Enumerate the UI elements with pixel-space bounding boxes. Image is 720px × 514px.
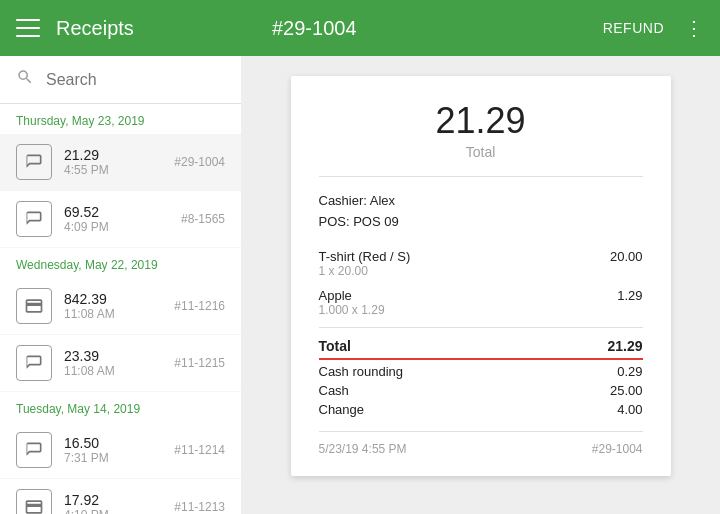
card-icon [16,489,52,514]
item-sub-1: 1 x 20.00 [319,264,411,278]
footer-id: #29-1004 [592,442,643,456]
receipt-item[interactable]: 17.92 4:10 PM #11-1213 [0,479,241,514]
item-number: #11-1213 [174,500,225,514]
receipt-icon [16,201,52,237]
item-time: 7:31 PM [64,451,174,465]
item-amount: 23.39 [64,348,174,364]
item-info: 21.29 4:55 PM [64,147,174,177]
receipt-total-section: 21.29 Total [319,100,643,177]
change-value: 4.00 [617,402,642,417]
item-info: 69.52 4:09 PM [64,204,181,234]
receipt-footer: 5/23/19 4:55 PM #29-1004 [319,431,643,456]
item-number: #29-1004 [174,155,225,169]
refund-button[interactable]: REFUND [603,20,664,36]
item-name-2: Apple [319,288,385,303]
app-header: Receipts #29-1004 REFUND ⋮ [0,0,720,56]
cashier-line: Cashier: Alex [319,191,643,212]
cash-value: 25.00 [610,383,643,398]
item-number: #8-1565 [181,212,225,226]
receipt-card: 21.29 Total Cashier: Alex POS: POS 09 T-… [291,76,671,476]
date-header-3: Tuesday, May 14, 2019 [0,392,241,422]
item-time: 11:08 AM [64,364,174,378]
item-number: #11-1214 [174,443,225,457]
item-amount: 21.29 [64,147,174,163]
date-header-1: Thursday, May 23, 2019 [0,104,241,134]
receipt-item[interactable]: 21.29 4:55 PM #29-1004 [0,134,241,191]
item-info: 842.39 11:08 AM [64,291,174,321]
cash-rounding-value: 0.29 [617,364,642,379]
search-icon [16,68,34,91]
pos-line: POS: POS 09 [319,212,643,233]
item-price-2: 1.29 [617,288,642,317]
item-info: 16.50 7:31 PM [64,435,174,465]
receipt-meta: Cashier: Alex POS: POS 09 [319,191,643,233]
cash-row: Cash 25.00 [319,383,643,398]
receipt-line-item-1: T-shirt (Red / S) 1 x 20.00 20.00 [319,249,643,278]
item-number: #11-1216 [174,299,225,313]
item-amount: 842.39 [64,291,174,307]
receipt-item[interactable]: 69.52 4:09 PM #8-1565 [0,191,241,248]
cash-rounding-row: Cash rounding 0.29 [319,358,643,379]
more-icon[interactable]: ⋮ [684,18,704,38]
item-price-1: 20.00 [610,249,643,278]
footer-date: 5/23/19 4:55 PM [319,442,407,456]
menu-icon[interactable] [16,16,40,40]
item-sub-2: 1.000 x 1.29 [319,303,385,317]
receipt-item[interactable]: 16.50 7:31 PM #11-1214 [0,422,241,479]
receipt-total-amount: 21.29 [319,100,643,142]
item-amount: 17.92 [64,492,174,508]
search-bar [0,56,241,104]
item-time: 4:10 PM [64,508,174,514]
main-content: Thursday, May 23, 2019 21.29 4:55 PM #29… [0,56,720,514]
receipt-detail-area: 21.29 Total Cashier: Alex POS: POS 09 T-… [241,56,720,514]
total-value: 21.29 [607,338,642,354]
receipt-item[interactable]: 23.39 11:08 AM #11-1215 [0,335,241,392]
receipt-icon [16,345,52,381]
receipt-total-label: Total [319,144,643,160]
receipt-icon [16,144,52,180]
item-time: 4:55 PM [64,163,174,177]
header-receipt-id: #29-1004 [256,17,603,40]
search-input[interactable] [46,71,225,89]
sidebar: Thursday, May 23, 2019 21.29 4:55 PM #29… [0,56,241,514]
change-label: Change [319,402,365,417]
receipt-total-row: Total 21.29 [319,338,643,354]
receipt-divider [319,327,643,328]
cash-label: Cash [319,383,349,398]
item-info: 17.92 4:10 PM [64,492,174,514]
item-amount: 69.52 [64,204,181,220]
item-time: 11:08 AM [64,307,174,321]
item-number: #11-1215 [174,356,225,370]
total-label: Total [319,338,351,354]
receipt-item[interactable]: 842.39 11:08 AM #11-1216 [0,278,241,335]
receipt-line-item-2: Apple 1.000 x 1.29 1.29 [319,288,643,317]
item-amount: 16.50 [64,435,174,451]
receipt-icon [16,432,52,468]
card-icon [16,288,52,324]
app-title: Receipts [56,17,256,40]
item-name-1: T-shirt (Red / S) [319,249,411,264]
cash-rounding-label: Cash rounding [319,364,404,379]
date-header-2: Wednesday, May 22, 2019 [0,248,241,278]
item-time: 4:09 PM [64,220,181,234]
item-info: 23.39 11:08 AM [64,348,174,378]
change-row: Change 4.00 [319,402,643,417]
